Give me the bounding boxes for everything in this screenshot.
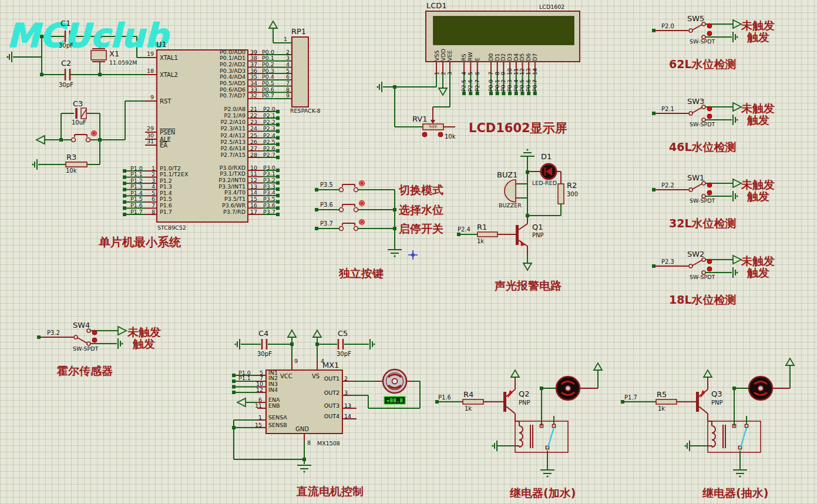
c2-value[interactable]: 30pF	[59, 82, 73, 88]
sw2-ref[interactable]: SW2	[687, 250, 704, 258]
pin-row[interactable]: P0.3/AD3 36 P0.3 5	[249, 67, 367, 73]
lcd-pin-column[interactable]: VSS 1	[433, 41, 440, 135]
r3-ref[interactable]: R3	[66, 153, 76, 162]
q3-value[interactable]: PNP	[711, 399, 723, 406]
lcd-ctrl-pins[interactable]: RS 4 P2.5 RW 5 P2.6 E 6 P2.7	[461, 41, 481, 135]
lcd-power-pins[interactable]: VSS 1 VDD 2 VEE 3	[433, 41, 453, 135]
lcd-pin-column[interactable]: VDD 2	[440, 41, 446, 135]
pin-row[interactable]: P2.2/A10 23 P2.2	[249, 119, 367, 125]
sw1-net[interactable]: P2.2	[661, 182, 674, 189]
sw2-model[interactable]: SW-SPDT	[690, 274, 715, 280]
sw4-net[interactable]: P3.2	[47, 330, 60, 336]
pin-row[interactable]: P0.7/AD7 32 P0.7 9	[249, 92, 367, 99]
x1-ref[interactable]: X1	[109, 49, 119, 58]
pin-row[interactable]: P0.6/AD6 33 P0.6 8	[249, 86, 367, 93]
u1-p2-pins[interactable]: P2.0/A8 21 P2.0 P2.1/A9 22 P2.1 P2.2/A10…	[249, 105, 367, 157]
sw2-net[interactable]: P2.3	[661, 258, 674, 265]
relay2-net[interactable]: P1.7	[624, 394, 637, 401]
pin-row[interactable]: P3.1/TXD 11 P3.1	[249, 170, 367, 177]
buz1-value[interactable]: BUZZER	[499, 202, 522, 209]
key3-net[interactable]: P3.7	[320, 220, 333, 227]
lcd-data-pins[interactable]: D0 7 P0.0 D1 8 P0.1 D2 9 P0.2 D3 10 P0.3…	[488, 41, 539, 135]
pin-row[interactable]: P1.0 5 IN1	[238, 370, 332, 376]
r1-ref[interactable]: R1	[477, 223, 487, 231]
u1-p3-pins[interactable]: P3.0/RXD 10 P3.0 P3.1/TXD 11 P3.1 P3.2/I…	[249, 164, 367, 214]
pin-row[interactable]: P0.4/AD4 35 P0.4 6	[249, 73, 367, 80]
pin-row[interactable]: P3.5/T1 15 P3.5	[249, 196, 367, 202]
r3-resistor[interactable]	[66, 162, 87, 167]
lcd-pin-column[interactable]: E 6 P2.7	[474, 41, 480, 135]
pin-row[interactable]: 6 ENA	[254, 397, 336, 402]
c1-ref[interactable]: C1	[60, 19, 70, 28]
c5-value[interactable]: 30pF	[337, 351, 351, 357]
sw4-model[interactable]: SW-SPDT	[73, 345, 99, 352]
pin-row[interactable]: 15 SENSB	[251, 420, 339, 428]
motor-pump-out[interactable]	[749, 377, 772, 400]
c3-value[interactable]: 10uF	[72, 119, 86, 126]
sw1-model[interactable]: SW-SPDT	[690, 197, 715, 204]
q3-ref[interactable]: Q3	[711, 389, 722, 398]
r1-net[interactable]: P2.4	[458, 226, 470, 233]
c4-ref[interactable]: C4	[258, 329, 268, 338]
sw5-model[interactable]: SW-SPDT	[690, 38, 715, 45]
pin-row[interactable]: P2.5/A13 26 P2.5	[249, 138, 367, 145]
q2-value[interactable]: PNP	[519, 399, 530, 406]
sw1-ref[interactable]: SW1	[687, 173, 704, 182]
pin-row[interactable]: 10 IN3	[238, 381, 332, 387]
sw5-ref[interactable]: SW5	[687, 14, 704, 23]
r1-value[interactable]: 1k	[477, 238, 484, 244]
pin-row[interactable]: P2.1/A9 22 P2.1	[249, 112, 367, 119]
c3-capacitor[interactable]	[76, 108, 86, 119]
lcd-pin-column[interactable]: D2 9 P0.2	[500, 41, 507, 135]
r2-value[interactable]: 300	[567, 191, 578, 197]
lcd-pin-column[interactable]: D0 7 P0.0	[488, 41, 495, 135]
alarm-circuit[interactable]	[457, 149, 564, 270]
d1-ref[interactable]: D1	[541, 152, 552, 161]
u1-ref[interactable]: U1	[156, 40, 167, 49]
lcd-pin-column[interactable]: D3 10 P0.3	[507, 41, 513, 135]
d1-value[interactable]: LED-RED	[532, 180, 557, 186]
pin-row[interactable]: P2.0/A8 21 P2.0	[249, 105, 367, 112]
motor-main[interactable]	[383, 369, 406, 393]
sw3-net[interactable]: P2.1	[661, 106, 674, 112]
pin-row[interactable]: P2.3/A11 24 P2.3	[249, 125, 367, 132]
lcd-pin-column[interactable]: RW 5 P2.6	[468, 41, 474, 135]
lcd-pin-column[interactable]: VEE 3	[447, 41, 453, 135]
mx1-out1-row[interactable]: OUT1 2	[305, 375, 370, 381]
pin-row[interactable]: P0.0/AD0 39 P0.0 2	[249, 48, 367, 55]
sw3-model[interactable]: SW-SPDT	[690, 121, 715, 127]
r5-ref[interactable]: R5	[657, 390, 667, 399]
schematic-svg[interactable]: MCUclub C1 30pF C2 30pF X1 11.0592M C3 1…	[0, 0, 817, 504]
r3-value[interactable]: 10k	[66, 167, 77, 174]
q1-ref[interactable]: Q1	[532, 223, 543, 231]
r4-ref[interactable]: R4	[463, 390, 473, 399]
relay1-net[interactable]: P1.6	[438, 394, 451, 401]
c3-ref[interactable]: C3	[73, 99, 83, 108]
mx1-out4-row[interactable]: OUT4 14	[305, 413, 370, 419]
c2-ref[interactable]: C2	[61, 59, 71, 68]
c5-ref[interactable]: C5	[338, 329, 348, 338]
pin-row[interactable]: P0.5/AD5 34 P0.5 7	[249, 80, 367, 86]
pin-row[interactable]: P2.6/A14 27 P2.6	[249, 145, 367, 151]
pin-row[interactable]: P2.7/A15 28 P2.7	[249, 151, 367, 157]
pin-row[interactable]: P3.3/INT1 13 P3.3	[249, 183, 367, 190]
lcd-model[interactable]: LCD1602	[539, 4, 564, 10]
mx1-out3-row[interactable]: OUT3 13	[305, 402, 370, 408]
r5-value[interactable]: 1k	[658, 405, 665, 412]
r2-ref[interactable]: R2	[567, 181, 577, 190]
x1-value[interactable]: 11.0592M	[109, 59, 137, 66]
pin-row[interactable]: P3.6/WR 16 P3.6	[249, 202, 367, 209]
c4-value[interactable]: 30pF	[257, 351, 272, 357]
mx1-out2-row[interactable]: OUT2 3	[305, 389, 370, 395]
u1-p0-pins[interactable]: P0.0/AD0 39 P0.0 2 P0.1/AD1 38 P0.1 3 P0…	[249, 48, 367, 99]
q2-ref[interactable]: Q2	[519, 389, 530, 398]
mx1-value[interactable]: MX1508	[317, 440, 340, 446]
relay2-circuit[interactable]	[621, 358, 794, 478]
motor-pump-in[interactable]	[556, 377, 580, 400]
pin-row[interactable]: P0.2/AD2 37 P0.2 4	[249, 61, 367, 68]
lcd-pin-column[interactable]: D7 14 P0.7	[532, 41, 538, 135]
c2-capacitor[interactable]	[65, 69, 70, 80]
lcd-ref[interactable]: LCD1	[426, 1, 447, 10]
pin-row[interactable]: P3.0/RXD 10 P3.0	[249, 164, 367, 170]
pin-row[interactable]: P0.1/AD1 38 P0.1 3	[249, 55, 367, 61]
